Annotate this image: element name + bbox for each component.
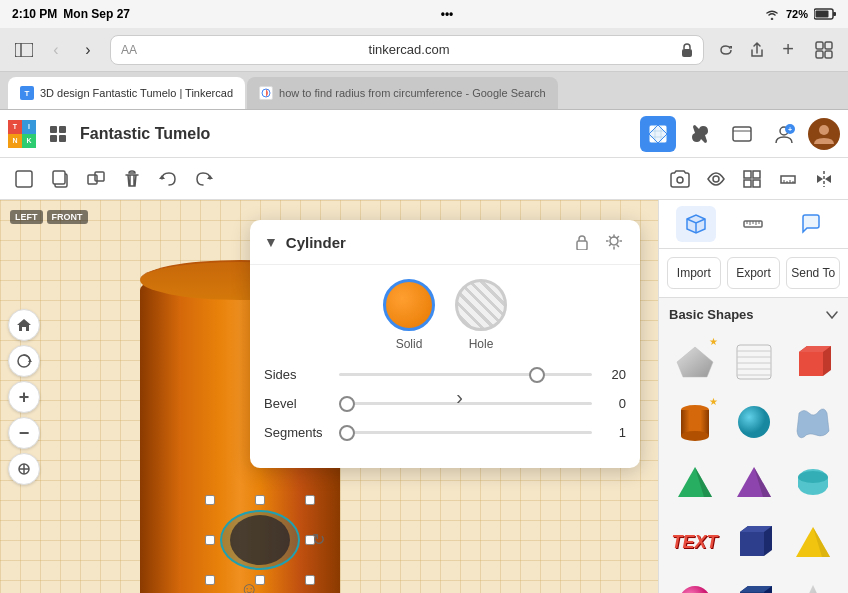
main-content: ↻ ☺ LEFT FRONT [0, 200, 848, 593]
scroll-chevron[interactable]: › [456, 385, 463, 408]
hole-icon [455, 279, 507, 331]
handle-ml[interactable] [205, 535, 215, 545]
shape-teal-shape[interactable] [785, 454, 840, 510]
shape-gray-cone[interactable] [785, 574, 840, 593]
url-bar[interactable]: AA tinkercad.com [110, 35, 704, 65]
export-button[interactable]: Export [727, 257, 781, 289]
handle-tl[interactable] [205, 495, 215, 505]
tool-button[interactable] [682, 116, 718, 152]
bevel-slider[interactable] [339, 402, 592, 405]
app-area: T I N K E N Fantastic Tumelo [0, 110, 848, 593]
shape-dark-blue-cube[interactable] [726, 574, 781, 593]
shape-icon-striped [732, 340, 776, 384]
reload-button[interactable] [712, 36, 740, 64]
logo-n: N [8, 134, 22, 148]
viewport[interactable]: ↻ ☺ LEFT FRONT [0, 200, 658, 593]
flip-button[interactable] [808, 163, 840, 195]
browser-sidebar-toggle[interactable] [10, 36, 38, 64]
3d-view-button[interactable] [640, 116, 676, 152]
measure-tab-button[interactable] [733, 206, 773, 242]
redo-button[interactable] [188, 163, 220, 195]
cylinder-panel: ▼ Cylinder [250, 220, 640, 468]
rotate-view-button[interactable] [8, 345, 40, 377]
svg-marker-30 [207, 175, 213, 179]
svg-rect-67 [740, 532, 764, 556]
shape-red-cube[interactable] [785, 334, 840, 390]
tabs-grid-button[interactable] [810, 36, 838, 64]
camera-button[interactable] [664, 163, 696, 195]
shape-blue-box[interactable] [726, 514, 781, 570]
back-button[interactable]: ‹ [42, 36, 70, 64]
grid-toggle[interactable] [736, 163, 768, 195]
svg-rect-36 [753, 180, 760, 187]
shape-yellow-pyramid[interactable] [785, 514, 840, 570]
ruler-button[interactable] [772, 163, 804, 195]
panel-lock-button[interactable] [570, 230, 594, 254]
handle-tr[interactable] [305, 495, 315, 505]
bevel-label: Bevel [264, 396, 329, 411]
zoom-out-button[interactable]: − [8, 417, 40, 449]
shape-text[interactable]: TEXT [667, 514, 722, 570]
shape-blue-wavy[interactable] [785, 394, 840, 450]
panel-collapse[interactable]: ▼ [264, 234, 278, 250]
undo-button[interactable] [152, 163, 184, 195]
svg-point-32 [713, 176, 719, 182]
shape-striped-box[interactable] [726, 334, 781, 390]
svg-marker-29 [159, 175, 165, 179]
browser-tabs: T 3D design Fantastic Tumelo | Tinkercad… [0, 72, 848, 110]
sides-label: Sides [264, 367, 329, 382]
view3d-button[interactable] [724, 116, 760, 152]
chat-tab-button[interactable] [791, 206, 831, 242]
shape-icon-gray-cone [791, 580, 835, 593]
shape-orange-cylinder[interactable]: ★ [667, 394, 722, 450]
toolbar [0, 158, 848, 200]
svg-rect-33 [744, 171, 751, 178]
smile-indicator: ☺ [240, 579, 258, 593]
shape-green-pyramid[interactable] [667, 454, 722, 510]
app-grid-button[interactable] [44, 120, 72, 148]
tab-google[interactable]: how to find radius from circumference - … [247, 77, 558, 109]
panel-light-button[interactable] [602, 230, 626, 254]
left-label: LEFT [10, 210, 43, 224]
shapes-dropdown-button[interactable] [826, 306, 838, 322]
forward-button[interactable]: › [74, 36, 102, 64]
share-icon[interactable] [748, 41, 766, 59]
copy-button[interactable] [44, 163, 76, 195]
shape-purple-pyramid[interactable] [726, 454, 781, 510]
shape-prism[interactable]: ★ [667, 334, 722, 390]
import-button[interactable]: Import [667, 257, 721, 289]
delete-button[interactable] [116, 163, 148, 195]
svg-rect-7 [816, 42, 823, 49]
svg-rect-26 [53, 171, 65, 184]
3d-tab-button[interactable] [676, 206, 716, 242]
shape-icon-teal-shape [791, 460, 835, 504]
add-tab-button[interactable]: + [774, 36, 802, 64]
group-button[interactable] [80, 163, 112, 195]
shape-pink-sphere[interactable] [667, 574, 722, 593]
handle-br[interactable] [305, 575, 315, 585]
svg-rect-9 [816, 51, 823, 58]
selected-object[interactable]: ↻ ☺ [210, 500, 310, 580]
svg-rect-24 [16, 171, 32, 187]
tab-tinkercad[interactable]: T 3D design Fantastic Tumelo | Tinkercad [8, 77, 245, 109]
shape-teal-sphere[interactable] [726, 394, 781, 450]
shapes-header: Basic Shapes [659, 298, 848, 330]
avatar-button[interactable] [808, 118, 840, 150]
hole-option[interactable]: Hole [455, 279, 507, 351]
rotate-handle[interactable]: ↻ [312, 530, 325, 549]
handle-bl[interactable] [205, 575, 215, 585]
sides-row: Sides 20 [264, 367, 626, 382]
user-button[interactable]: + [766, 116, 802, 152]
sides-slider[interactable] [339, 373, 592, 376]
dark-shape [230, 515, 290, 565]
zoom-in-button[interactable]: + [8, 381, 40, 413]
handle-tc[interactable] [255, 495, 265, 505]
segments-slider[interactable] [339, 431, 592, 434]
home-view-button[interactable] [8, 309, 40, 341]
svg-point-66 [798, 471, 828, 483]
send-to-button[interactable]: Send To [786, 257, 840, 289]
new-button[interactable] [8, 163, 40, 195]
solid-option[interactable]: Solid [383, 279, 435, 351]
fit-button[interactable] [8, 453, 40, 485]
view-button[interactable] [700, 163, 732, 195]
